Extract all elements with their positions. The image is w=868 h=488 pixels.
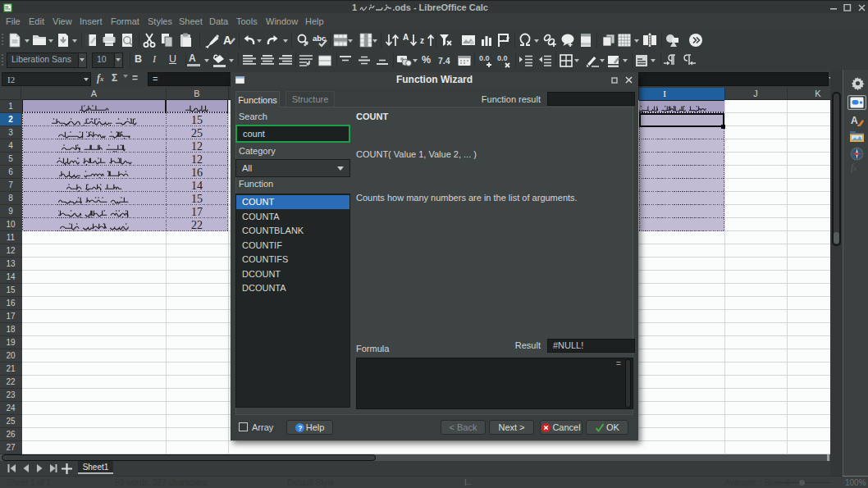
svg-text:abc: abc <box>313 34 326 43</box>
svg-text:0.0: 0.0 <box>479 54 490 62</box>
svg-text:z: z <box>420 36 424 45</box>
svg-text:?: ? <box>298 424 302 432</box>
svg-text:0.0: 0.0 <box>497 54 508 62</box>
svg-text:A: A <box>223 34 231 47</box>
svg-text:A: A <box>403 33 409 42</box>
